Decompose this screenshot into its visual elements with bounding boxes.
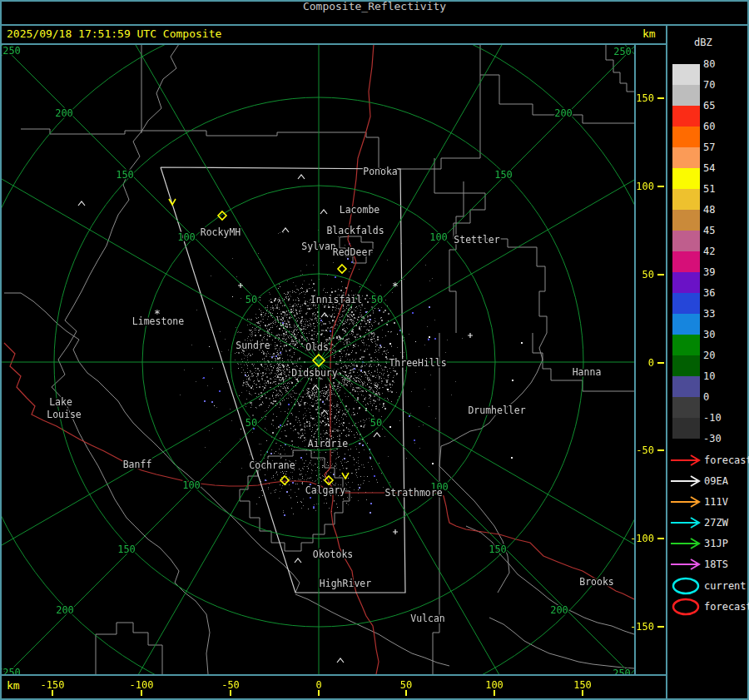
city-label: Didsbury [291, 367, 337, 379]
colorbar-level-label: 80 [703, 58, 715, 70]
range-ring-label: 50 [370, 417, 382, 429]
right-axis-tick [657, 186, 664, 187]
range-ring-label: 150 [116, 169, 134, 181]
legend-item-label: 09EA [704, 475, 728, 487]
colorbar-level-label: 33 [703, 308, 715, 320]
city-label: Banff [123, 459, 152, 470]
azimuth-spoke [86, 45, 319, 362]
right-axis-tick [657, 362, 664, 364]
colorbar-level-label: 45 [703, 225, 715, 236]
bottom-axis-tick-label: 0 [300, 679, 337, 691]
radar-map-viewport[interactable]: 5050505010010010010015015015015020020020… [2, 45, 634, 674]
county-boundary-line [21, 129, 379, 137]
colorbar-level-label: 20 [703, 350, 715, 361]
dot-marker [511, 457, 513, 459]
city-label: ThreeHills [389, 357, 446, 369]
colorbar-level-label: 70 [703, 79, 715, 91]
bottom-axis-tick [494, 690, 495, 696]
azimuth-spoke [2, 129, 319, 362]
legend-item-label: 27ZW [704, 517, 728, 529]
right-axis-tick [657, 97, 664, 99]
legend-item-label: current [704, 580, 747, 592]
city-label: Lacombe [340, 204, 380, 216]
city-label: Lake [49, 396, 72, 408]
colorbar-level-label: 51 [703, 183, 715, 195]
range-ring-label: 150 [494, 169, 513, 181]
city-label: Stettler [454, 234, 499, 246]
caret-marker [321, 410, 328, 415]
right-axis-tick [657, 538, 664, 539]
colorbar-level-label: 36 [703, 287, 715, 299]
colorbar-level-label: 39 [703, 266, 715, 278]
dot-marker [432, 463, 434, 464]
bottom-axis-tick [405, 690, 407, 696]
range-ring-label: 150 [117, 544, 136, 555]
county-boundary-line [52, 45, 210, 674]
legend-item-label: 18TS [704, 559, 728, 570]
city-label: Okotoks [313, 549, 353, 560]
azimuth-spoke [319, 129, 634, 362]
city-label: Olds [305, 341, 329, 353]
colorbar-swatch [672, 168, 700, 189]
city-label: Innisfail [310, 294, 362, 305]
timestamp-label: 2025/09/18 17:51:59 UTC Composite [7, 27, 221, 40]
city-label: Cochrane [249, 459, 295, 471]
legend-arrow-icon [669, 516, 702, 533]
city-label: HighRiver [320, 578, 371, 589]
colorbar-swatch [672, 272, 700, 293]
range-ring-label: 250 [613, 46, 632, 57]
city-label: RedDeer [333, 246, 374, 258]
colorbar-swatch [672, 397, 700, 418]
county-boundary-line [449, 181, 464, 333]
county-boundary-line [4, 293, 300, 593]
colorbar-swatch [672, 85, 700, 106]
dot-marker [512, 380, 513, 381]
colorbar-swatch [672, 355, 700, 376]
range-ring-label: 250 [613, 668, 631, 674]
range-ring-label: 250 [2, 45, 21, 57]
window-title: Composite_Reflectivity [0, 0, 749, 12]
right-axis-tick-label: -50 [624, 444, 654, 456]
colorbar-swatch [672, 293, 700, 314]
right-axis-tick [657, 626, 664, 628]
colorbar-swatch [672, 147, 700, 168]
caret-marker [282, 228, 289, 232]
dot-marker [521, 342, 523, 344]
city-label: Sundre [236, 340, 270, 351]
range-ring-label: 150 [489, 544, 507, 555]
bottom-axis-unit-label: km [7, 679, 20, 692]
city-label: Ponoka [363, 166, 398, 177]
legend-arrow-icon [669, 454, 702, 470]
city-label: Calgary [305, 484, 346, 496]
range-ring-label: 100 [182, 479, 201, 491]
right-axis-tick-label: 100 [624, 181, 654, 192]
colorbar-level-label: 60 [703, 121, 715, 132]
right-axis-tick-label: -100 [624, 533, 654, 544]
colorbar-level-label: 10 [703, 370, 715, 382]
city-label: Strathmore [384, 487, 442, 499]
county-boundary-line [439, 446, 509, 593]
city-label: Blackfalds [326, 225, 384, 236]
plus-marker [393, 529, 398, 534]
legend-ellipse-icon [669, 577, 702, 598]
bottom-axis-tick-label: 150 [564, 679, 601, 691]
legend-item-label: 111V [704, 496, 728, 508]
colorbar-level-label: 57 [703, 141, 715, 153]
plus-marker [238, 283, 243, 288]
app-window: Composite_Reflectivity 2025/09/18 17:51:… [0, 0, 749, 700]
legend-arrow-icon [669, 558, 702, 574]
dot-marker [389, 343, 391, 345]
city-label: Vulcan [410, 613, 445, 624]
bottom-axis-tick-label: 50 [388, 679, 424, 691]
colorbar-level-label: 48 [703, 204, 715, 216]
colorbar-swatch [672, 189, 700, 210]
range-ring-label: 100 [177, 231, 196, 243]
titlebar-divider [0, 24, 749, 26]
colorbar-swatch [672, 64, 700, 85]
colorbar-swatch [672, 106, 700, 127]
plus-marker [468, 333, 473, 338]
range-ring-label: 200 [554, 107, 573, 119]
legend-item-label: 31JP [704, 538, 728, 549]
range-ring-label: 200 [56, 604, 74, 616]
storm-cell-diamond-marker [280, 476, 289, 484]
